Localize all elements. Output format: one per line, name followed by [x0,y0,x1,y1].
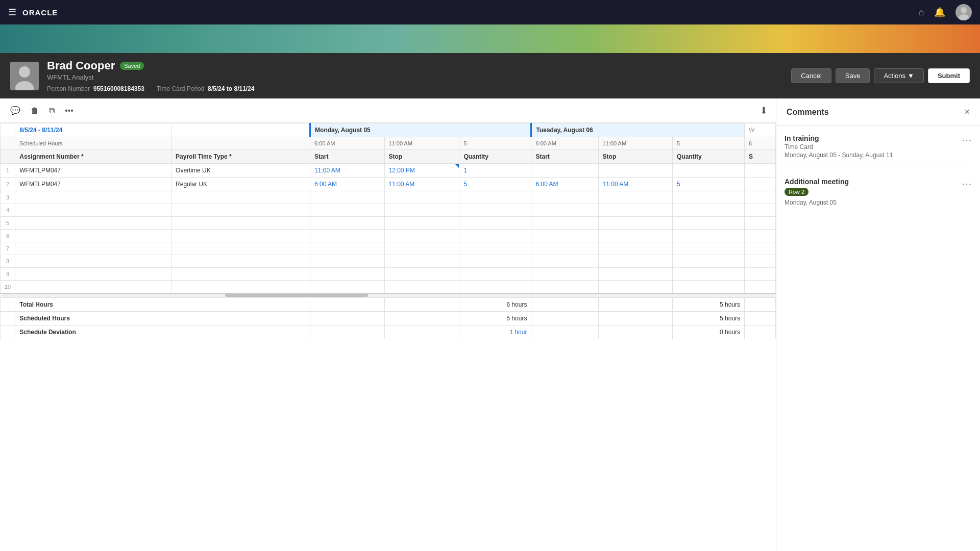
home-icon[interactable]: ⌂ [918,7,924,18]
mon-stop-1[interactable]: 12:00 PM [384,164,459,178]
tue-qty-2[interactable]: 5 [673,178,745,191]
mon-total-hours: 6 hours [459,297,531,311]
scheduled-label: Scheduled Hours [15,137,172,150]
comment-top: In training Time Card Monday, August 05 … [785,134,972,159]
download-icon[interactable]: ⬇ [760,105,768,116]
table-row: 9 [1,268,776,281]
table-row: 3 [1,191,776,204]
row-num-1: 1 [1,164,15,178]
mon-start-2[interactable]: 6:00 AM [310,178,384,191]
assignment-2[interactable]: WFMTLPM047 [15,178,172,191]
assignment-1[interactable]: WFMTLPM047 [15,164,172,178]
comments-panel: Comments × In training Time Card Monday,… [776,98,980,551]
comment-content-2: Additional meeting Row 2 Monday, August … [785,178,849,206]
tuesday-header: Tuesday, August 06 [531,123,745,137]
time-card-period-value: 8/5/24 to 8/11/24 [208,85,254,92]
top-navigation: ☰ ORACLE ⌂ 🔔 [0,0,980,24]
close-comments-button[interactable]: × [964,107,970,117]
row-num-scheduled [1,137,15,150]
tue-start-header: Start [531,150,598,164]
mon-deviation: 1 hour [459,325,531,339]
save-button[interactable]: Save [836,68,870,83]
scheduled-hours-total-label: Scheduled Hours [15,311,310,325]
employee-name-row: Brad Cooper Saved [47,59,783,72]
employee-role: WFMTL Analyst [47,73,783,81]
mon-stop-2[interactable]: 11:00 AM [384,178,459,191]
profile-photo [10,62,39,90]
table-row: 6 [1,230,776,242]
table-row: 5 [1,217,776,230]
scheduled-hours-total-row: Scheduled Hours 5 hours 5 hours [1,311,776,325]
tue-start-1[interactable] [531,164,598,178]
page-header: Brad Cooper Saved WFMTL Analyst Person N… [0,53,980,98]
comment-icon[interactable]: 💬 [8,104,22,117]
page-banner [0,24,980,53]
timecard-section: 💬 🗑 ⧉ ••• ⬇ 8/5/24 - 8/11/24 Monday, Aug… [0,98,776,551]
scheduled-hours-row: Scheduled Hours 6:00 AM 11:00 AM 5 6:00 … [1,137,776,150]
total-hours-label: Total Hours [15,297,310,311]
tue-qty-1[interactable] [673,164,745,178]
time-type-1[interactable]: Overtime UK [172,164,310,178]
comment-item: Additional meeting Row 2 Monday, August … [785,178,972,214]
row-num-col [1,123,15,137]
tue-scheduled-hours: 5 hours [673,311,745,325]
mon-qty-1[interactable]: 1 [459,164,531,178]
monday-header: Monday, August 05 [310,123,531,137]
tue-start-2[interactable]: 6:00 AM [531,178,598,191]
assignment-number-header: Assignment Number * [15,150,172,164]
notifications-icon[interactable]: 🔔 [934,7,945,18]
mon-start-header: Start [310,150,384,164]
more-options-icon[interactable]: ••• [63,104,76,117]
deviation-label: Schedule Deviation [15,325,310,339]
column-header-row: Assignment Number * Payroll Time Type * … [1,150,776,164]
table-row: 7 [1,242,776,255]
row-num-2: 2 [1,178,15,191]
timecard-grid-container[interactable]: 8/5/24 - 8/11/24 Monday, August 05 Tuesd… [0,123,776,551]
cancel-button[interactable]: Cancel [791,68,831,83]
tue-stop-1[interactable] [598,164,672,178]
mon-sched-start: 6:00 AM [310,137,384,150]
extra-header: S [745,150,776,164]
table-row: 2 WFMTLPM047 Regular UK 6:00 AM 11:00 AM… [1,178,776,191]
table-row: 8 [1,255,776,268]
tue-sched-stop: 11:00 AM [598,137,672,150]
time-card-period-label: Time Card Period [157,85,205,92]
comments-header: Comments × [776,98,980,126]
nav-icons-group: ⌂ 🔔 [918,4,972,20]
svg-point-4 [19,66,30,78]
comment-more-icon-1[interactable]: ⋯ [962,134,972,146]
main-layout: 💬 🗑 ⧉ ••• ⬇ 8/5/24 - 8/11/24 Monday, Aug… [0,98,980,551]
mon-scheduled-hours: 5 hours [459,311,531,325]
time-type-2[interactable]: Regular UK [172,178,310,191]
copy-icon[interactable]: ⧉ [47,104,57,117]
extra-1 [745,164,776,178]
header-name-section: Brad Cooper Saved WFMTL Analyst Person N… [47,59,783,92]
extra-2 [745,178,776,191]
totals-section: Total Hours 6 hours 5 hours Scheduled Ho… [1,293,776,339]
hamburger-menu-icon[interactable]: ☰ [8,7,16,18]
tue-qty-header: Quantity [673,150,745,164]
total-hours-row: Total Hours 6 hours 5 hours [1,297,776,311]
comment-more-icon-2[interactable]: ⋯ [962,178,972,190]
tue-sched-start: 6:00 AM [531,137,598,150]
delete-icon[interactable]: 🗑 [29,104,41,117]
timecard-table: 8/5/24 - 8/11/24 Monday, August 05 Tuesd… [0,123,776,339]
comment-title-1: In training Time Card Monday, August 05 … [785,134,893,159]
timecard-toolbar: 💬 🗑 ⧉ ••• ⬇ [0,98,776,123]
row-badge: Row 2 [785,188,808,196]
actions-button[interactable]: Actions ▼ [874,68,924,83]
tue-deviation: 0 hours [673,325,745,339]
timecard-grid-body: 1 WFMTLPM047 Overtime UK 11:00 AM 12:00 … [1,164,776,294]
mon-sched-qty: 5 [459,137,531,150]
person-number-value: 955160008184353 [93,85,144,92]
user-avatar[interactable] [955,4,972,20]
table-row: 1 WFMTLPM047 Overtime UK 11:00 AM 12:00 … [1,164,776,178]
person-number-label: Person Number [47,85,90,92]
tue-sched-qty: 5 [673,137,745,150]
mon-start-1[interactable]: 11:00 AM [310,164,384,178]
comments-list: In training Time Card Monday, August 05 … [776,126,980,222]
tue-stop-2[interactable]: 11:00 AM [598,178,672,191]
mon-qty-2[interactable]: 5 [459,178,531,191]
submit-button[interactable]: Submit [928,68,970,83]
extra-sched: 6 [745,137,776,150]
